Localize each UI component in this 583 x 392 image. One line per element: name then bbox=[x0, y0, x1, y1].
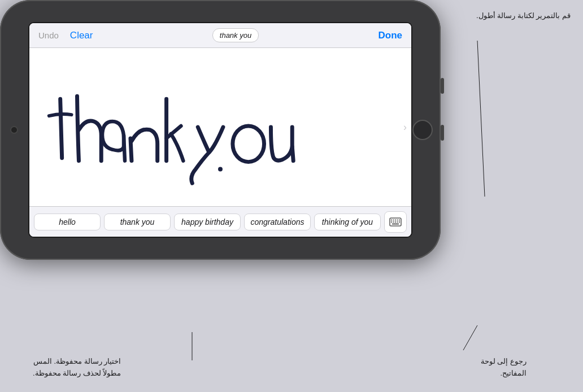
suggestion-happy-birthday[interactable]: happy birthday bbox=[174, 214, 241, 230]
svg-rect-8 bbox=[391, 221, 392, 223]
svg-rect-13 bbox=[392, 223, 399, 224]
svg-rect-6 bbox=[397, 219, 398, 220]
svg-rect-11 bbox=[397, 221, 398, 223]
drawing-area[interactable]: › bbox=[29, 48, 411, 206]
device-shell: Undo Clear thank you Done bbox=[0, 0, 441, 260]
svg-rect-7 bbox=[399, 219, 400, 220]
done-button[interactable]: Done bbox=[378, 30, 402, 41]
svg-rect-9 bbox=[393, 221, 394, 223]
callout-keyboard: رجوع إلى لوحةالمفاتيح. bbox=[481, 356, 527, 380]
handwriting-svg bbox=[29, 48, 411, 206]
toolbar-left: Undo Clear bbox=[38, 30, 93, 41]
svg-rect-3 bbox=[391, 219, 392, 220]
callout-saved-messages: اختيار رسالة محفوظة. المسمطولاً لحذف رسا… bbox=[33, 356, 121, 380]
side-button-top bbox=[441, 78, 444, 94]
svg-rect-4 bbox=[393, 219, 394, 220]
suggestion-congratulations[interactable]: congratulations bbox=[244, 214, 311, 230]
screen: Undo Clear thank you Done bbox=[28, 22, 412, 238]
undo-button[interactable]: Undo bbox=[38, 31, 59, 40]
toolbar: Undo Clear thank you Done bbox=[29, 23, 411, 48]
scroll-arrow[interactable]: › bbox=[403, 121, 407, 133]
callout-scroll: قم بالتمرير لكتابة رسالة أطول. bbox=[476, 10, 571, 22]
svg-rect-12 bbox=[399, 221, 400, 223]
suggestions-bar: hello thank you happy birthday congratul… bbox=[29, 206, 411, 237]
side-button-mid bbox=[441, 125, 444, 141]
svg-point-0 bbox=[233, 126, 264, 162]
svg-line-16 bbox=[463, 325, 477, 350]
suggestion-hello[interactable]: hello bbox=[34, 214, 101, 230]
suggestion-thinking-of-you[interactable]: thinking of you bbox=[314, 214, 381, 230]
suggestion-thank-you[interactable]: thank you bbox=[104, 214, 171, 230]
clear-button[interactable]: Clear bbox=[70, 30, 93, 41]
svg-rect-5 bbox=[395, 219, 396, 220]
home-button[interactable] bbox=[412, 120, 433, 140]
svg-line-14 bbox=[477, 41, 485, 197]
keyboard-icon bbox=[389, 217, 402, 227]
svg-point-1 bbox=[218, 167, 223, 172]
camera-dot bbox=[10, 126, 18, 134]
keyboard-button[interactable] bbox=[384, 211, 407, 233]
svg-rect-10 bbox=[395, 221, 396, 223]
toolbar-center: thank you bbox=[212, 28, 259, 42]
preview-bubble: thank you bbox=[212, 28, 259, 42]
